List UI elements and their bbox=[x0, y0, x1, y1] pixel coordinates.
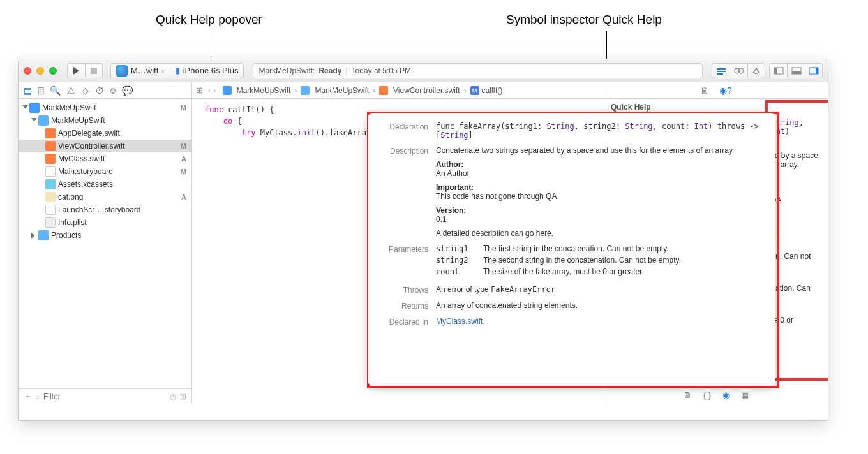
project-icon bbox=[223, 86, 232, 95]
disclosure-triangle-icon[interactable] bbox=[22, 105, 28, 111]
qh-label-parameters: Parameters bbox=[380, 244, 436, 279]
plist-icon bbox=[45, 217, 56, 228]
project-navigator-tab[interactable]: ▤ bbox=[24, 85, 32, 96]
swift-icon bbox=[45, 141, 56, 151]
tree-item[interactable]: LaunchScr….storyboard bbox=[19, 203, 191, 216]
assistant-editor-button[interactable] bbox=[730, 63, 747, 78]
standard-editor-button[interactable] bbox=[712, 63, 730, 78]
filter-input[interactable] bbox=[43, 392, 166, 401]
assets-icon bbox=[45, 179, 56, 189]
run-stop-group bbox=[67, 63, 103, 78]
breakpoint-navigator-tab[interactable]: ⎊ bbox=[110, 85, 116, 96]
svg-rect-8 bbox=[792, 71, 801, 74]
tree-item[interactable]: Assets.xcassets bbox=[19, 178, 191, 191]
tree-root[interactable]: MarkMeUpSwift M bbox=[19, 101, 191, 114]
version-editor-button[interactable] bbox=[747, 63, 765, 78]
run-button[interactable] bbox=[67, 63, 85, 78]
assistant-editor-icon bbox=[734, 66, 744, 75]
quickhelp-inspector-tab[interactable]: ◉? bbox=[719, 85, 732, 96]
test-navigator-tab[interactable]: ◇ bbox=[82, 85, 89, 96]
project-navigator: MarkMeUpSwift M MarkMeUpSwift AppDelegat… bbox=[19, 99, 192, 404]
jump-project[interactable]: MarkMeUpSwift bbox=[223, 86, 291, 95]
right-pane-icon bbox=[809, 67, 819, 75]
tree-item[interactable]: MyClass.swift A bbox=[19, 152, 191, 165]
bottom-pane-icon bbox=[791, 67, 802, 75]
window-controls bbox=[24, 67, 57, 75]
svg-rect-10 bbox=[816, 68, 818, 74]
back-button[interactable]: ‹ bbox=[208, 85, 211, 95]
swift-icon bbox=[45, 128, 56, 138]
qh-returns: An array of concatenated string elements… bbox=[436, 301, 764, 311]
toolbar-right-group bbox=[712, 63, 823, 78]
swift-icon bbox=[379, 86, 388, 95]
tree-item[interactable]: Main.storyboard M bbox=[19, 165, 191, 178]
minimize-window-button[interactable] bbox=[36, 67, 44, 75]
navigator-filter-bar: ＋ ⌕ ◷ ⊞ bbox=[19, 388, 191, 404]
forward-button[interactable]: › bbox=[213, 85, 216, 95]
qh-description: Concatenate two strings separated by a s… bbox=[436, 146, 764, 238]
symbol-navigator-tab[interactable]: ⌹ bbox=[38, 85, 43, 96]
svg-rect-0 bbox=[717, 68, 726, 70]
method-icon: M bbox=[470, 86, 479, 95]
stop-icon bbox=[91, 68, 97, 74]
storyboard-icon bbox=[45, 166, 56, 177]
annotation-layer: Quick Help popover Symbol inspector Quic… bbox=[0, 13, 868, 56]
qh-label-declaredin: Declared In bbox=[380, 317, 436, 326]
app-icon bbox=[116, 65, 128, 77]
add-button[interactable]: ＋ bbox=[24, 391, 31, 402]
tree-item[interactable]: AppDelegate.swift bbox=[19, 127, 191, 140]
file-tree: MarkMeUpSwift M MarkMeUpSwift AppDelegat… bbox=[19, 99, 191, 388]
tree-item[interactable]: Info.plist bbox=[19, 216, 191, 229]
media-library-tab[interactable]: ▦ bbox=[741, 390, 749, 400]
zoom-window-button[interactable] bbox=[49, 67, 57, 75]
disclosure-triangle-icon[interactable] bbox=[31, 233, 37, 238]
tree-group[interactable]: MarkMeUpSwift bbox=[19, 114, 191, 127]
issue-navigator-tab[interactable]: ⚠ bbox=[67, 85, 75, 96]
scm-filter-button[interactable]: ⊞ bbox=[180, 392, 186, 401]
toggle-debug-button[interactable] bbox=[787, 63, 805, 78]
scheme-target-label: M…wift bbox=[131, 66, 158, 75]
tree-group-label: MarkMeUpSwift bbox=[51, 116, 105, 125]
status-project: MarkMeUpSwift: bbox=[258, 66, 315, 75]
status-time: Today at 5:05 PM bbox=[352, 66, 411, 75]
report-navigator-tab[interactable]: 💬 bbox=[122, 85, 133, 96]
left-pane-icon bbox=[774, 67, 784, 75]
svg-point-4 bbox=[738, 68, 744, 73]
scheme-destination-button[interactable]: ▮ iPhone 6s Plus bbox=[170, 63, 244, 78]
library-selector: 🗎 { } ◉ ▦ bbox=[604, 386, 828, 404]
folder-icon bbox=[301, 86, 310, 95]
annotation-inspector-label: Symbol inspector Quick Help bbox=[506, 13, 662, 27]
inspector-selector: 🗎 ◉? bbox=[604, 82, 828, 98]
close-window-button[interactable] bbox=[24, 67, 31, 75]
tree-item[interactable]: cat.png A bbox=[19, 191, 191, 203]
disclosure-triangle-icon[interactable] bbox=[31, 118, 37, 124]
find-navigator-tab[interactable]: 🔍 bbox=[50, 85, 61, 96]
svg-rect-1 bbox=[717, 71, 726, 72]
chevron-icon: › bbox=[373, 86, 375, 95]
jump-file[interactable]: ViewController.swift bbox=[379, 86, 460, 95]
annotation-popover-label: Quick Help popover bbox=[156, 13, 262, 27]
jump-bar: ⊞ ‹ › MarkMeUpSwift › MarkMeUpSwift › Vi… bbox=[192, 82, 604, 98]
jump-group[interactable]: MarkMeUpSwift bbox=[301, 86, 369, 95]
scheme-selector: M…wift › ▮ iPhone 6s Plus bbox=[110, 63, 244, 78]
qh-label-throws: Throws bbox=[380, 285, 436, 295]
related-items-button[interactable]: ⊞ bbox=[196, 85, 203, 95]
code-snippet-library-tab[interactable]: { } bbox=[703, 390, 711, 400]
stop-button[interactable] bbox=[85, 63, 103, 78]
object-library-tab[interactable]: ◉ bbox=[722, 390, 730, 400]
qh-declaredin-link[interactable]: MyClass.swift bbox=[436, 317, 764, 326]
qh-label-returns: Returns bbox=[380, 301, 436, 311]
jump-symbol[interactable]: McallIt() bbox=[470, 86, 503, 95]
file-template-library-tab[interactable]: 🗎 bbox=[684, 390, 692, 400]
tree-products[interactable]: Products bbox=[19, 229, 191, 242]
debug-navigator-tab[interactable]: ⏱ bbox=[95, 85, 104, 96]
scheme-target-button[interactable]: M…wift › bbox=[110, 63, 170, 78]
recent-filter-button[interactable]: ◷ bbox=[170, 392, 176, 401]
folder-icon bbox=[38, 115, 49, 126]
source-editor[interactable]: func callIt() { do { try MyClass.init().… bbox=[192, 99, 604, 404]
tree-item-selected[interactable]: ViewController.swift M bbox=[19, 140, 191, 152]
navigator-selector: ▤ ⌹ 🔍 ⚠ ◇ ⏱ ⎊ 💬 bbox=[19, 82, 192, 98]
toggle-utilities-button[interactable] bbox=[805, 63, 823, 78]
file-inspector-tab[interactable]: 🗎 bbox=[700, 85, 709, 96]
toggle-navigator-button[interactable] bbox=[769, 63, 787, 78]
